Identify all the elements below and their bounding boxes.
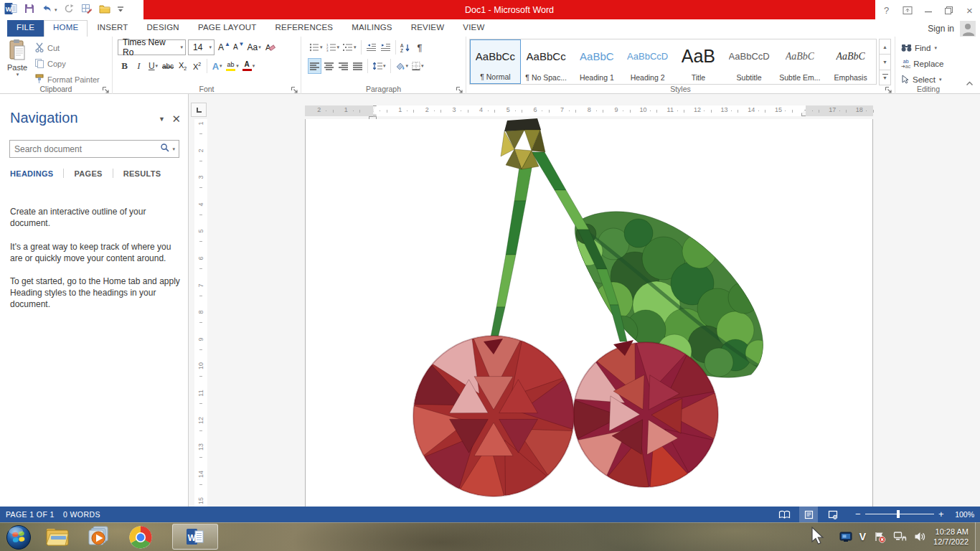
style-no-spac[interactable]: AaBbCc¶ No Spac... [521, 39, 572, 84]
tab-review[interactable]: REVIEW [402, 20, 454, 37]
bold-button[interactable]: B [118, 58, 131, 74]
style-subtitle[interactable]: AaBbCcDSubtitle [724, 39, 775, 84]
minimize-button[interactable] [918, 0, 938, 20]
sign-in-link[interactable]: Sign in [928, 24, 954, 34]
action-center-icon[interactable] [873, 531, 886, 543]
line-spacing-button[interactable]: ▾ [371, 58, 387, 74]
chrome-button[interactable] [128, 524, 152, 549]
paste-button[interactable]: Paste ▾ [3, 39, 32, 90]
avatar[interactable] [960, 21, 976, 37]
shading-button[interactable]: ▾ [394, 58, 410, 74]
network-tray-icon[interactable] [893, 531, 907, 542]
zoom-slider-track[interactable] [865, 514, 934, 514]
grow-font-button[interactable]: A▲ [217, 39, 232, 55]
style-subtle-em[interactable]: AaBbCSubtle Em... [775, 39, 826, 84]
horizontal-ruler[interactable]: 211234567891011121314151718 [305, 105, 873, 116]
search-icon[interactable] [159, 143, 171, 156]
style-heading-1[interactable]: AaBbCHeading 1 [572, 39, 623, 84]
zoom-slider-thumb[interactable] [897, 510, 900, 518]
save-button[interactable] [24, 3, 35, 17]
close-button[interactable]: × [959, 0, 980, 20]
tab-selector[interactable] [191, 103, 207, 117]
show-marks-button[interactable]: ¶ [413, 39, 427, 55]
redo-button[interactable] [64, 4, 75, 17]
gallery-up-icon[interactable]: ▲ [879, 39, 891, 55]
highlight-button[interactable]: ab▾ [225, 58, 240, 74]
numbering-button[interactable]: 123▾ [325, 39, 341, 55]
gallery-more-icon[interactable]: ▼ [879, 70, 891, 85]
undo-button[interactable]: ▾ [42, 4, 57, 17]
open-button[interactable] [99, 4, 110, 17]
borders-button[interactable]: ▾ [410, 58, 425, 74]
style-title[interactable]: AaBTitle [673, 39, 724, 84]
paragraph-dialog-launcher[interactable] [456, 84, 463, 92]
underline-button[interactable]: U▾ [146, 58, 160, 74]
ribbon-display-options-button[interactable] [897, 0, 918, 20]
sort-button[interactable]: AZ [399, 39, 413, 55]
align-right-button[interactable] [336, 58, 350, 74]
style-emphasis[interactable]: AaBbCEmphasis [825, 39, 876, 84]
volume-tray-icon[interactable] [914, 531, 926, 542]
style-normal[interactable]: AaBbCc¶ Normal [470, 39, 521, 84]
zoom-in-icon[interactable]: + [938, 509, 944, 519]
superscript-button[interactable]: X2 [190, 58, 204, 74]
increase-indent-button[interactable] [379, 39, 392, 55]
qat-customize-button[interactable] [117, 4, 124, 17]
replace-button[interactable]: ab➜acReplace [901, 56, 943, 72]
font-size-combobox[interactable]: 14 ▾ [188, 39, 215, 55]
clear-formatting-button[interactable]: A [263, 39, 277, 55]
tab-mailings[interactable]: MAILINGS [342, 20, 402, 37]
strikethrough-button[interactable]: abc [161, 58, 175, 74]
font-color-button[interactable]: A▾ [241, 58, 257, 74]
tab-view[interactable]: VIEW [453, 20, 494, 37]
media-player-button[interactable] [86, 524, 110, 549]
copy-button[interactable]: Copy [34, 56, 100, 72]
vertical-ruler[interactable]: 123456789101112131415 [194, 119, 207, 507]
multilevel-button[interactable]: ▾ [341, 39, 358, 55]
tab-file[interactable]: FILE [7, 20, 44, 37]
zoom-level[interactable]: 100% [955, 510, 974, 519]
font-name-combobox[interactable]: Times New Ro ▾ [118, 39, 186, 55]
font-dialog-launcher[interactable] [291, 84, 298, 92]
page-count-status[interactable]: PAGE 1 OF 1 [6, 510, 55, 519]
search-options-icon[interactable]: ▾ [172, 146, 179, 152]
cut-button[interactable]: Cut [34, 40, 100, 56]
change-case-button[interactable]: Aa▾ [246, 39, 263, 55]
restore-button[interactable] [938, 0, 959, 20]
text-effects-button[interactable]: A▾ [210, 58, 224, 74]
justify-button[interactable] [351, 58, 364, 74]
subscript-button[interactable]: X2 [176, 58, 189, 74]
help-button[interactable]: ? [876, 0, 897, 20]
word-logo-button[interactable]: W [4, 2, 17, 18]
align-center-button[interactable] [322, 58, 336, 74]
decrease-indent-button[interactable] [364, 39, 378, 55]
nav-tab-pages[interactable]: PAGES [74, 169, 102, 178]
tray-clock[interactable]: 10:28 AM12/7/2022 [933, 527, 973, 547]
shrink-font-button[interactable]: A▼ [232, 39, 246, 55]
start-button-button[interactable] [6, 524, 30, 549]
tab-insert[interactable]: INSERT [88, 20, 137, 37]
nav-tab-headings[interactable]: HEADINGS [10, 169, 53, 178]
tab-design[interactable]: DESIGN [138, 20, 189, 37]
word-taskbar-button[interactable]: W [172, 524, 218, 550]
tab-page-layout[interactable]: PAGE LAYOUT [189, 20, 266, 37]
align-left-button[interactable] [308, 58, 321, 74]
zoom-out-icon[interactable]: − [855, 509, 861, 519]
v-tray-icon[interactable]: V [859, 531, 866, 542]
gallery-down-icon[interactable]: ▼ [879, 54, 891, 70]
show-desktop-button[interactable] [975, 522, 980, 551]
tab-references[interactable]: REFERENCES [266, 20, 343, 37]
draw-table-button[interactable] [81, 3, 93, 17]
italic-button[interactable]: I [132, 58, 146, 74]
web-layout-button[interactable] [824, 507, 842, 522]
tab-home[interactable]: HOME [44, 20, 88, 37]
find-button[interactable]: Find▾ [901, 40, 943, 56]
read-mode-button[interactable] [775, 507, 793, 522]
navigation-close-icon[interactable]: ✕ [171, 113, 181, 126]
search-input[interactable] [10, 144, 159, 154]
clipboard-dialog-launcher[interactable] [102, 84, 110, 92]
bullets-button[interactable]: ▾ [308, 39, 324, 55]
navigation-options-icon[interactable]: ▼ [159, 116, 165, 123]
nav-tab-results[interactable]: RESULTS [123, 169, 161, 178]
explorer-button[interactable] [44, 524, 69, 549]
